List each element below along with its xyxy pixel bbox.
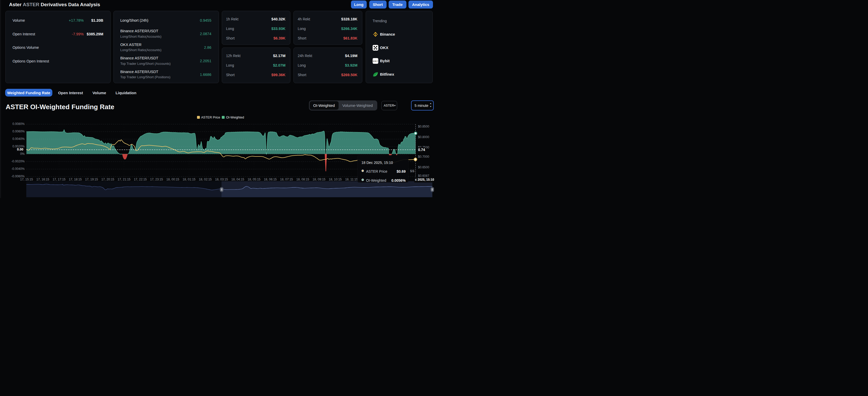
- svg-text:BYB!T: BYB!T: [373, 60, 378, 62]
